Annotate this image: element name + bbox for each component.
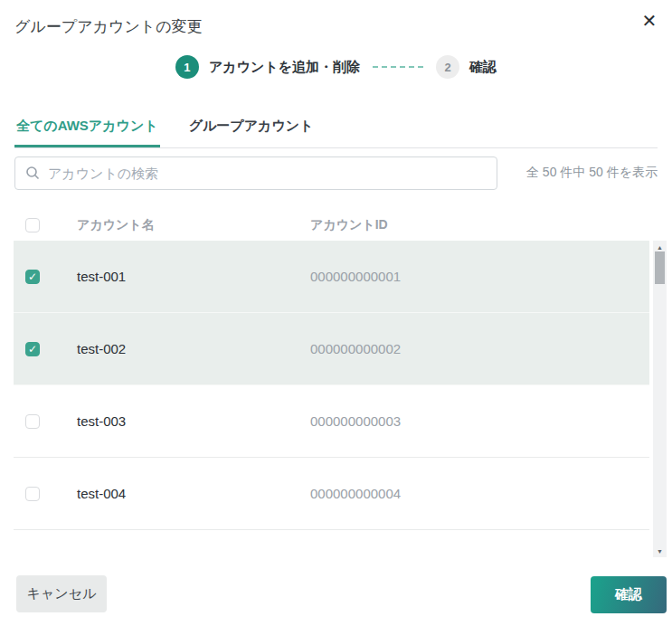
account-tabs: 全てのAWSアカウント グループアカウント <box>14 112 658 148</box>
search-box <box>14 156 497 190</box>
table-row[interactable]: ✓ test-001 000000000001 <box>14 241 649 313</box>
row-checkbox[interactable]: ✓ <box>25 270 40 284</box>
search-row: 全 50 件中 50 件を表示 <box>14 156 658 190</box>
confirm-button[interactable]: 確認 <box>591 576 667 613</box>
scrollbar-thumb[interactable] <box>655 251 665 284</box>
step-2-label: 確認 <box>469 59 497 76</box>
row-account-name: test-004 <box>77 486 310 501</box>
table-row[interactable]: ✓ test-004 000000000004 <box>14 458 649 530</box>
tab-group-accounts[interactable]: グループアカウント <box>187 112 316 147</box>
row-checkbox[interactable]: ✓ <box>25 414 40 429</box>
change-group-account-modal: グループアカウントの変更 ✕ 1 アカウントを追加・削除 2 確認 全てのAWS… <box>0 0 672 626</box>
table-header: ✓ アカウント名 アカウントID <box>14 212 650 239</box>
step-1-circle: 1 <box>175 55 199 79</box>
row-account-id: 000000000001 <box>310 269 401 284</box>
row-checkbox[interactable]: ✓ <box>25 487 40 501</box>
result-count: 全 50 件中 50 件を表示 <box>497 165 658 181</box>
column-header-account-name: アカウント名 <box>77 217 310 233</box>
chevron-down-icon[interactable]: ▼ <box>653 545 667 557</box>
check-icon: ✓ <box>28 271 37 282</box>
step-connector <box>373 66 423 68</box>
row-account-id: 000000000002 <box>310 341 401 356</box>
row-checkbox[interactable]: ✓ <box>25 342 40 356</box>
account-list-scroll-area: ✓ test-001 000000000001 ✓ test-002 00000… <box>0 241 672 557</box>
row-account-id: 000000000004 <box>310 486 401 501</box>
column-header-account-id: アカウントID <box>310 217 388 233</box>
row-account-name: test-002 <box>77 341 310 356</box>
step-1-label: アカウントを追加・削除 <box>209 59 360 76</box>
search-icon <box>25 166 40 180</box>
search-input[interactable] <box>14 156 497 190</box>
row-account-name: test-003 <box>77 413 310 429</box>
step-2-circle: 2 <box>436 55 459 79</box>
row-account-id: 000000000003 <box>310 413 401 429</box>
cancel-button[interactable]: キャンセル <box>16 575 107 612</box>
table-row[interactable]: ✓ test-002 000000000002 <box>14 313 649 385</box>
close-icon[interactable]: ✕ <box>638 9 661 33</box>
account-rows: ✓ test-001 000000000001 ✓ test-002 00000… <box>14 241 649 530</box>
table-row[interactable]: ✓ test-003 000000000003 <box>14 385 649 458</box>
stepper: 1 アカウントを追加・削除 2 確認 <box>0 55 672 79</box>
row-account-name: test-001 <box>77 269 310 284</box>
tab-all-aws-accounts[interactable]: 全てのAWSアカウント <box>14 112 160 147</box>
check-icon: ✓ <box>28 344 37 355</box>
modal-title: グループアカウントの変更 <box>14 16 203 37</box>
scrollbar[interactable]: ▲ ▼ <box>653 241 667 557</box>
select-all-checkbox[interactable]: ✓ <box>25 218 40 232</box>
